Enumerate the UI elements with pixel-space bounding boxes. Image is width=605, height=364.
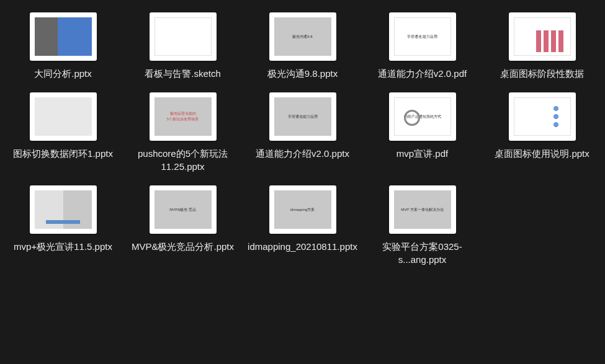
file-item[interactable]: mvp+极光宣讲11.5.pptx: [6, 185, 120, 266]
file-item[interactable]: MVP 方案一体化解决办法实验平台方案0325-s...ang.pptx: [365, 185, 479, 266]
file-item[interactable]: 桌面图标阶段性数据: [485, 12, 599, 80]
file-name-label: 通道能力介绍v2.0.pdf: [378, 67, 467, 80]
thumbnail-text: 手管通道 能力应用: [407, 34, 438, 40]
file-item[interactable]: 看板与告警.sketch: [126, 12, 240, 80]
file-thumbnail: MVP 方案一体化解决办法: [389, 185, 456, 234]
file-name-label: 大同分析.pptx: [34, 67, 92, 80]
thumbnail-preview: MVP 方案一体化解决办法: [394, 190, 451, 229]
file-thumbnail: 手管通道能力应用: [269, 92, 336, 141]
file-name-label: 桌面图标使用说明.pptx: [495, 147, 589, 160]
file-name-label: 桌面图标阶段性数据: [500, 67, 584, 80]
file-item[interactable]: 图标切换数据闭环1.pptx: [6, 92, 120, 173]
file-name-label: 极光沟通9.8.pptx: [267, 67, 338, 80]
file-item[interactable]: 大同分析.pptx: [6, 12, 120, 80]
file-item[interactable]: 手管通道能力应用通道能力介绍v2.0.pptx: [246, 92, 359, 173]
thumbnail-preview: [35, 190, 92, 229]
file-name-label: MVP&极光竞品分析.pptx: [132, 240, 234, 253]
file-item[interactable]: 桌面图标使用说明.pptx: [485, 92, 599, 173]
file-thumbnail: [30, 185, 97, 234]
thumbnail-text: MVP 方案一体化解决办法: [401, 207, 444, 213]
file-thumbnail: [30, 92, 97, 141]
thumbnail-preview: [514, 17, 571, 56]
thumbnail-preview: 手管通道 能力应用: [394, 17, 451, 56]
file-item[interactable]: 手管通道 能力应用通道能力介绍v2.0.pdf: [365, 12, 479, 80]
thumbnail-text: idmapping方案: [290, 207, 315, 213]
thumbnail-text: 极光应营业能的 5个新玩法使用场景: [167, 111, 199, 122]
file-name-label: mvp+极光宣讲11.5.pptx: [14, 240, 112, 253]
file-item[interactable]: 内部产品通知系统方式mvp宣讲.pdf: [365, 92, 479, 173]
file-name-label: 实验平台方案0325-s...ang.pptx: [367, 240, 478, 266]
file-grid: 大同分析.pptx看板与告警.sketch极光沟通9.8极光沟通9.8.pptx…: [0, 0, 605, 278]
file-thumbnail: 手管通道 能力应用: [389, 12, 456, 61]
file-thumbnail: 极光应营业能的 5个新玩法使用场景: [150, 92, 217, 141]
file-thumbnail: [30, 12, 97, 61]
thumbnail-preview: [35, 97, 92, 136]
thumbnail-preview: 极光沟通9.8: [274, 17, 331, 56]
file-item[interactable]: 极光沟通9.8极光沟通9.8.pptx: [246, 12, 359, 80]
file-thumbnail: 极光沟通9.8: [269, 12, 336, 61]
file-thumbnail: [509, 12, 576, 61]
file-thumbnail: MVP&极光·竞品: [150, 185, 217, 234]
file-thumbnail: [509, 92, 576, 141]
thumbnail-preview: [35, 17, 92, 56]
thumbnail-text: 极光沟通9.8: [292, 34, 312, 40]
file-item[interactable]: MVP&极光·竞品MVP&极光竞品分析.pptx: [126, 185, 240, 266]
thumbnail-preview: idmapping方案: [274, 190, 331, 229]
file-thumbnail: idmapping方案: [269, 185, 336, 234]
thumbnail-preview: [155, 17, 212, 56]
thumbnail-text: 手管通道能力应用: [288, 114, 318, 120]
thumbnail-preview: [514, 97, 571, 136]
file-thumbnail: 内部产品通知系统方式: [389, 92, 456, 141]
file-name-label: pushcore的5个新玩法11.25.pptx: [127, 147, 239, 173]
thumbnail-preview: 手管通道能力应用: [274, 97, 331, 136]
file-name-label: mvp宣讲.pdf: [397, 147, 448, 160]
thumbnail-preview: MVP&极光·竞品: [155, 190, 212, 229]
thumbnail-text: MVP&极光·竞品: [169, 207, 196, 213]
file-name-label: 通道能力介绍v2.0.pptx: [256, 147, 349, 160]
file-name-label: 看板与告警.sketch: [145, 67, 221, 80]
file-item[interactable]: 极光应营业能的 5个新玩法使用场景pushcore的5个新玩法11.25.ppt…: [126, 92, 240, 173]
file-thumbnail: [150, 12, 217, 61]
thumbnail-preview: 内部产品通知系统方式: [394, 97, 451, 136]
file-name-label: 图标切换数据闭环1.pptx: [13, 147, 113, 160]
file-name-label: idmapping_20210811.pptx: [248, 240, 357, 253]
thumbnail-preview: 极光应营业能的 5个新玩法使用场景: [155, 97, 212, 136]
thumbnail-text: 内部产品通知系统方式: [404, 114, 441, 120]
file-item[interactable]: idmapping方案idmapping_20210811.pptx: [246, 185, 359, 266]
